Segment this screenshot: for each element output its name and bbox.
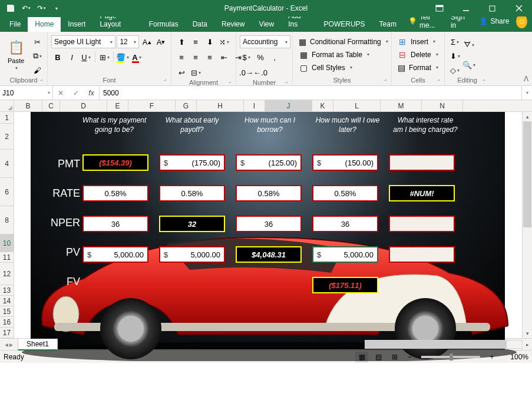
tab-team[interactable]: Team <box>372 17 404 32</box>
find-select-icon[interactable]: 🔍▾ <box>462 55 475 74</box>
fill-color-icon[interactable]: 🪣▾ <box>116 51 129 64</box>
tab-view[interactable]: View <box>252 17 281 32</box>
calc-cell[interactable]: 0.58% <box>312 185 378 201</box>
calc-cell[interactable] <box>389 246 455 263</box>
fill-icon[interactable]: ⬇▾ <box>448 49 461 62</box>
decrease-indent-icon[interactable]: ⇤ <box>217 51 230 64</box>
calc-cell[interactable]: $4,048.31 <box>236 246 302 263</box>
calc-cell[interactable] <box>389 154 455 171</box>
clear-icon[interactable]: ◇▾ <box>448 64 461 77</box>
expand-formula-bar-icon[interactable]: ▾ <box>521 86 532 100</box>
accounting-format-icon[interactable]: $▾ <box>240 51 253 64</box>
calc-cell[interactable]: 0.58% <box>159 185 225 201</box>
font-size-combo[interactable]: 12▾ <box>117 35 139 48</box>
zoom-in-icon[interactable]: + <box>487 353 497 361</box>
name-box[interactable]: J10▾ <box>0 86 53 100</box>
normal-view-icon[interactable]: ▦ <box>355 352 368 362</box>
align-center-icon[interactable]: ≡ <box>189 51 202 64</box>
align-left-icon[interactable]: ≡ <box>175 51 188 64</box>
worksheet-cells[interactable]: What is my payment going to be?What abou… <box>14 112 522 338</box>
increase-font-icon[interactable]: A▴ <box>140 35 153 48</box>
align-bottom-icon[interactable]: ⬇ <box>203 35 216 48</box>
sheet-nav-next-icon[interactable]: ▸ <box>9 340 13 349</box>
decrease-decimal-icon[interactable]: ←.0 <box>254 66 267 79</box>
comma-format-icon[interactable]: , <box>268 51 281 64</box>
tab-file[interactable]: File <box>2 17 28 32</box>
sort-filter-icon[interactable]: ᗊ▾ <box>462 35 475 54</box>
calc-cell[interactable]: ($154.39) <box>82 154 148 171</box>
formula-input[interactable]: 5000 <box>100 86 521 100</box>
page-break-view-icon[interactable]: ⊞ <box>388 352 401 362</box>
delete-cells-button[interactable]: ⊟Delete▾ <box>395 48 441 61</box>
underline-icon[interactable]: U▾ <box>80 51 92 64</box>
tab-review[interactable]: Review <box>214 17 252 32</box>
calc-cell[interactable]: $(125.00) <box>236 154 302 171</box>
calc-cell[interactable]: $5,000.00 <box>82 246 148 263</box>
bold-icon[interactable]: B <box>51 51 64 64</box>
calc-cell[interactable]: #NUM! <box>389 185 455 201</box>
horizontal-scrollbar[interactable]: ⋮ ◂▸ <box>343 340 532 349</box>
minimize-icon[interactable] <box>452 0 479 16</box>
calc-cell[interactable]: $5,000.00 <box>159 246 225 263</box>
format-cells-button[interactable]: ▤Format▾ <box>395 61 441 74</box>
calc-cell[interactable]: 0.58% <box>82 185 148 201</box>
calc-cell[interactable]: 36 <box>236 216 302 232</box>
paste-button[interactable]: 📋 Paste▾ <box>4 35 28 74</box>
redo-icon[interactable]: ↷▾ <box>34 1 48 15</box>
vertical-scrollbar[interactable]: ▴ ▾ <box>522 112 532 338</box>
align-right-icon[interactable]: ≡ <box>203 51 216 64</box>
format-painter-icon[interactable]: 🖌 <box>31 64 44 77</box>
cell-styles-button[interactable]: ▢Cell Styles▾ <box>296 61 388 74</box>
decrease-font-icon[interactable]: A▾ <box>154 35 167 48</box>
calc-cell[interactable] <box>389 216 455 232</box>
select-all-corner[interactable] <box>0 100 14 112</box>
percent-format-icon[interactable]: % <box>254 51 267 64</box>
tab-formulas[interactable]: Formulas <box>142 17 186 32</box>
fx-icon[interactable]: fx <box>84 89 99 97</box>
zoom-level[interactable]: 100% <box>500 353 528 361</box>
autosum-icon[interactable]: Σ▾ <box>448 35 461 48</box>
zoom-slider[interactable] <box>421 356 480 358</box>
copy-icon[interactable]: ⧉▾ <box>31 49 44 62</box>
insert-cells-button[interactable]: ⊞Insert▾ <box>395 35 441 48</box>
undo-icon[interactable]: ↶▾ <box>19 1 33 15</box>
borders-icon[interactable]: ⊞▾ <box>98 51 111 64</box>
calc-cell[interactable]: $(175.00) <box>159 154 225 171</box>
row-headers[interactable]: 124681011121314151617 <box>0 112 14 338</box>
font-color-icon[interactable]: A▾ <box>130 51 143 64</box>
tab-insert[interactable]: Insert <box>61 17 92 32</box>
ribbon-options-icon[interactable] <box>426 0 452 16</box>
conditional-formatting-button[interactable]: ▦Conditional Formatting▾ <box>296 35 388 48</box>
align-top-icon[interactable]: ⬆ <box>175 35 188 48</box>
collapse-ribbon-icon[interactable]: ᐱ <box>524 75 528 83</box>
italic-icon[interactable]: I <box>65 51 78 64</box>
save-icon[interactable] <box>4 1 18 15</box>
column-headers[interactable]: BCDEFGHIJKLMN <box>14 100 522 112</box>
merge-center-icon[interactable]: ⊟▾ <box>189 66 202 79</box>
calc-cell[interactable]: ($175.11) <box>312 277 378 293</box>
calc-cell[interactable]: $5,000.00 <box>312 246 378 263</box>
calc-cell[interactable]: 32 <box>159 216 225 232</box>
enter-formula-icon[interactable]: ✓ <box>68 89 84 97</box>
cut-icon[interactable]: ✂ <box>31 35 44 48</box>
cancel-formula-icon[interactable]: ✕ <box>53 89 68 97</box>
align-middle-icon[interactable]: ≡ <box>189 35 202 48</box>
qat-customize-icon[interactable]: ▾ <box>49 1 64 15</box>
increase-decimal-icon[interactable]: .0→ <box>240 66 253 79</box>
sheet-nav-prev-icon[interactable]: ◂ <box>5 340 8 349</box>
format-as-table-button[interactable]: ▦Format as Table▾ <box>296 48 388 61</box>
maximize-icon[interactable] <box>479 0 505 16</box>
calc-cell[interactable]: 36 <box>312 216 378 232</box>
close-icon[interactable] <box>505 0 532 16</box>
zoom-out-icon[interactable]: − <box>405 353 414 361</box>
number-format-combo[interactable]: Accounting▾ <box>240 35 290 48</box>
tab-data[interactable]: Data <box>186 17 214 32</box>
tab-powerups[interactable]: POWERUPS <box>317 17 372 32</box>
sheet-tab[interactable]: Sheet1 <box>18 339 58 351</box>
page-layout-view-icon[interactable]: ▤ <box>372 352 385 362</box>
wrap-text-icon[interactable]: ↩ <box>175 66 188 79</box>
share-button[interactable]: 👤Share <box>474 15 514 28</box>
calc-cell[interactable]: 0.58% <box>236 185 302 201</box>
calc-cell[interactable]: 36 <box>82 216 148 232</box>
orientation-icon[interactable]: ⤭▾ <box>217 35 230 48</box>
